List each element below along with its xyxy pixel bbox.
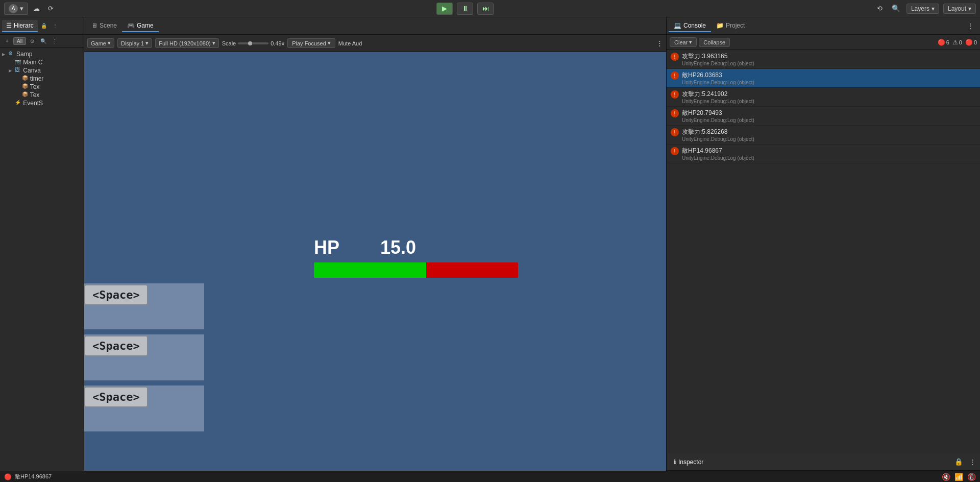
game-more-button[interactable]: ⋮ bbox=[656, 39, 663, 47]
console-item[interactable]: ! 攻擊力:5.241902 UnityEngine.Debug:Log (ob… bbox=[667, 88, 980, 107]
console-item[interactable]: ! 敵HP14.96867 UnityEngine.Debug:Log (obj… bbox=[667, 144, 980, 163]
error-badge-count: 6 bbox=[946, 39, 949, 45]
collab-status-button[interactable]: 📵 bbox=[967, 473, 976, 481]
console-item-icon: ! bbox=[671, 71, 679, 80]
console-tab-icon: 💻 bbox=[674, 22, 681, 29]
step-button[interactable]: ⏭ bbox=[477, 3, 494, 15]
console-item[interactable]: ! 攻擊力:3.963165 UnityEngine.Debug:Log (ob… bbox=[667, 50, 980, 69]
pause-button[interactable]: ⏸ bbox=[457, 3, 473, 15]
top-bar-right: ⟲ 🔍 Layers ▾ Layout ▾ bbox=[870, 3, 980, 15]
console-item[interactable]: ! 敵HP20.79493 UnityEngine.Debug:Log (obj… bbox=[667, 107, 980, 126]
inspector-lock-button[interactable]: 🔒 bbox=[950, 458, 967, 466]
inspector-tab-label: Inspector bbox=[678, 459, 703, 466]
console-item-sub: UnityEngine.Debug:Log (object) bbox=[682, 155, 754, 161]
console-item-main: 攻擊力:5.826268 bbox=[682, 128, 754, 136]
hierarchy-item[interactable]: 📦 Tex bbox=[0, 83, 84, 91]
hierarchy-item[interactable]: 📦 Tex bbox=[0, 91, 84, 99]
console-item-text: 敵HP26.03683 UnityEngine.Debug:Log (objec… bbox=[682, 71, 754, 85]
hierarchy-options-button[interactable]: ⋮ bbox=[50, 36, 60, 46]
console-item[interactable]: ! 敵HP26.03683 UnityEngine.Debug:Log (obj… bbox=[667, 69, 980, 88]
console-item-text: 攻擊力:5.826268 UnityEngine.Debug:Log (obje… bbox=[682, 128, 754, 142]
console-item-text: 敵HP14.96867 UnityEngine.Debug:Log (objec… bbox=[682, 147, 754, 161]
history-button[interactable]: ⟳ bbox=[44, 3, 57, 15]
console-tab[interactable]: 💻 Console bbox=[669, 20, 711, 32]
hierarchy-lock-button[interactable]: 🔒 bbox=[39, 21, 49, 31]
console-item-main: 敵HP20.79493 bbox=[682, 109, 754, 117]
console-item[interactable]: ! 攻擊力:5.826268 UnityEngine.Debug:Log (ob… bbox=[667, 126, 980, 144]
network-status-button[interactable]: 📶 bbox=[954, 473, 963, 481]
console-item-sub: UnityEngine.Debug:Log (object) bbox=[682, 61, 754, 66]
status-text: 敵HP14.96867 bbox=[15, 473, 52, 480]
console-item-main: 攻擊力:3.963165 bbox=[682, 52, 754, 61]
hierarchy-item[interactable]: 📦 timer bbox=[0, 75, 84, 83]
inspector-tab[interactable]: ℹ Inspector bbox=[669, 456, 708, 468]
scene-tab[interactable]: 🖥 Scene bbox=[86, 20, 122, 32]
hierarchy-item[interactable]: ▶ 🖼 Canva bbox=[0, 66, 84, 75]
console-more-button[interactable]: ⋮ bbox=[963, 22, 978, 30]
layout-dropdown[interactable]: Layout ▾ bbox=[943, 4, 976, 14]
game-tab-icon: 🎮 bbox=[127, 22, 135, 29]
project-tab[interactable]: 📁 Project bbox=[711, 20, 750, 32]
status-right: 🔇 📶 📵 bbox=[942, 473, 976, 481]
scale-value: 0.49x bbox=[271, 40, 284, 46]
game-dropdown[interactable]: Game ▾ bbox=[87, 38, 114, 48]
console-item-sub: UnityEngine.Debug:Log (object) bbox=[682, 99, 754, 104]
inspector-tab-icon: ℹ bbox=[674, 459, 676, 466]
hierarchy-item[interactable]: 📷 Main C bbox=[0, 58, 84, 66]
console-item-icon: ! bbox=[671, 109, 679, 117]
console-tab-label: Console bbox=[683, 22, 706, 29]
console-item-text: 敵HP20.79493 UnityEngine.Debug:Log (objec… bbox=[682, 109, 754, 123]
console-item-sub: UnityEngine.Debug:Log (object) bbox=[682, 80, 754, 85]
collapse-button[interactable]: Collapse bbox=[699, 38, 730, 47]
account-button[interactable]: A ▾ bbox=[4, 3, 28, 15]
console-item-main: 攻擊力:5.241902 bbox=[682, 90, 754, 99]
main-content: ☰ Hierarc 🔒 ⋮ + All ⊙ 🔍 ⋮ ▶ ⚙ Samp 📷 Mai… bbox=[0, 17, 980, 471]
scale-label: Scale bbox=[222, 40, 236, 46]
hierarchy-tab[interactable]: ☰ Hierarc bbox=[2, 20, 38, 32]
add-object-button[interactable]: + bbox=[2, 36, 12, 46]
info-badge: 🔴 0 bbox=[965, 39, 977, 46]
clear-button[interactable]: Clear ▾ bbox=[670, 37, 697, 47]
status-left: 🔴 敵HP14.96867 bbox=[4, 473, 52, 480]
console-item-sub: UnityEngine.Debug:Log (object) bbox=[682, 136, 754, 142]
project-tab-label: Project bbox=[726, 22, 745, 29]
undo-history-button[interactable]: ⟲ bbox=[874, 3, 886, 15]
space-key-2: <Space> bbox=[84, 335, 148, 356]
play-focused-button[interactable]: Play Focused ▾ bbox=[287, 38, 335, 48]
warn-badge-icon: ⚠ bbox=[952, 39, 958, 46]
space-hint-1: <Space> bbox=[84, 284, 148, 305]
hierarchy-more-button[interactable]: ⋮ bbox=[50, 21, 60, 31]
top-bar: A ▾ ☁ ⟳ ▶ ⏸ ⏭ ⟲ 🔍 Layers ▾ Layout ▾ bbox=[0, 0, 980, 17]
hp-bar bbox=[314, 262, 518, 278]
all-filter-button[interactable]: All bbox=[13, 37, 26, 45]
error-badge-icon: 🔴 bbox=[938, 39, 945, 46]
hierarchy-item[interactable]: ⚡ EventS bbox=[0, 99, 84, 107]
project-tab-icon: 📁 bbox=[716, 22, 724, 29]
console-list: ! 攻擊力:3.963165 UnityEngine.Debug:Log (ob… bbox=[667, 50, 980, 453]
play-button[interactable]: ▶ bbox=[436, 3, 453, 15]
display-dropdown[interactable]: Display 1 ▾ bbox=[117, 38, 152, 48]
hp-display: HP 15.0 bbox=[314, 237, 518, 278]
play-controls: ▶ ⏸ ⏭ bbox=[436, 3, 494, 15]
console-item-main: 敵HP14.96867 bbox=[682, 147, 754, 155]
right-panel: 💻 Console 📁 Project ⋮ Clear ▾ Collapse 🔴… bbox=[666, 17, 980, 471]
center-panel: 🖥 Scene 🎮 Game Game ▾ Display 1 ▾ Full H… bbox=[84, 17, 666, 471]
cloud-button[interactable]: ☁ bbox=[30, 3, 42, 15]
hierarchy-item[interactable]: ▶ ⚙ Samp bbox=[0, 50, 84, 58]
info-badge-icon: 🔴 bbox=[965, 39, 973, 46]
console-tab-bar: 💻 Console 📁 Project ⋮ bbox=[667, 17, 980, 35]
info-badge-count: 0 bbox=[974, 39, 977, 45]
layers-dropdown[interactable]: Layers ▾ bbox=[906, 4, 939, 14]
search-hierarchy-button[interactable]: 🔍 bbox=[38, 36, 48, 46]
mute-audio-button[interactable]: Mute Aud bbox=[338, 40, 362, 46]
space-hint-3: <Space> bbox=[84, 387, 148, 407]
search-button[interactable]: 🔍 bbox=[890, 3, 902, 15]
scale-slider[interactable] bbox=[238, 42, 268, 44]
scale-thumb bbox=[248, 41, 252, 45]
mute-status-button[interactable]: 🔇 bbox=[942, 473, 950, 481]
scene-filter-button[interactable]: ⊙ bbox=[27, 36, 37, 46]
resolution-dropdown[interactable]: Full HD (1920x1080) ▾ bbox=[155, 38, 219, 48]
inspector-more-button[interactable]: ⋮ bbox=[967, 458, 978, 466]
warn-badge: ⚠ 0 bbox=[952, 39, 962, 46]
game-tab[interactable]: 🎮 Game bbox=[122, 20, 159, 32]
